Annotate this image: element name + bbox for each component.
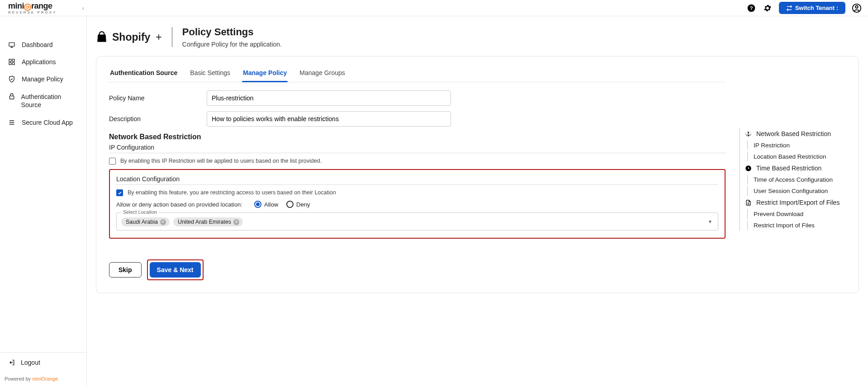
description-input[interactable] bbox=[207, 111, 451, 127]
ip-restriction-label: By enabling this IP Restriction will be … bbox=[120, 158, 322, 164]
switch-tenant-button[interactable]: Switch Tenant : bbox=[779, 2, 845, 14]
chip-remove-icon[interactable]: ✕ bbox=[233, 219, 239, 225]
shield-check-icon bbox=[8, 75, 16, 83]
dashboard-icon bbox=[8, 41, 16, 48]
outline-restrict-import[interactable]: Restrict Import of Files bbox=[740, 220, 846, 231]
svg-rect-6 bbox=[12, 59, 14, 61]
sidebar-item-manage-policy[interactable]: Manage Policy bbox=[0, 71, 86, 88]
location-config-box: Location Configuration By enabling this … bbox=[109, 169, 726, 239]
radio-prompt: Allow or deny action based on provided l… bbox=[116, 201, 242, 208]
description-label: Description bbox=[109, 115, 207, 122]
chip-uae: United Arab Emirates ✕ bbox=[173, 217, 243, 226]
help-icon[interactable]: ? bbox=[746, 3, 756, 13]
svg-point-3 bbox=[855, 5, 858, 8]
brand: mini⟳range REVERSE PROXY ‹ bbox=[5, 2, 84, 14]
brand-subtitle: REVERSE PROXY bbox=[8, 11, 57, 14]
sidebar-item-dashboard[interactable]: Dashboard bbox=[0, 36, 86, 53]
skip-button[interactable]: Skip bbox=[109, 262, 142, 278]
location-restriction-label: By enabling this feature, you are restri… bbox=[128, 189, 336, 196]
svg-rect-5 bbox=[9, 59, 11, 61]
logout-button[interactable]: Logout bbox=[0, 353, 86, 372]
clock-icon bbox=[745, 165, 752, 172]
chip-remove-icon[interactable]: ✕ bbox=[160, 219, 166, 225]
policy-name-label: Policy Name bbox=[109, 94, 207, 102]
location-restriction-checkbox[interactable] bbox=[116, 189, 123, 196]
outline-location-restriction[interactable]: Location Based Restriction bbox=[740, 151, 846, 162]
main: Shopify + Policy Settings Configure Poli… bbox=[87, 16, 868, 386]
outline-network[interactable]: Network Based Restriction bbox=[740, 128, 846, 140]
outline-prevent-download[interactable]: Prevent Download bbox=[740, 208, 846, 220]
radio-allow[interactable]: Allow bbox=[254, 201, 278, 208]
shopping-bag-icon bbox=[96, 31, 108, 43]
globe-icon bbox=[745, 131, 752, 137]
outline-restrict-files[interactable]: Restrict Import/Export of Files bbox=[740, 197, 846, 208]
page-header: Shopify + Policy Settings Configure Poli… bbox=[87, 16, 868, 56]
policy-name-input[interactable] bbox=[207, 90, 451, 106]
svg-rect-9 bbox=[9, 96, 14, 99]
tab-auth-source[interactable]: Authentication Source bbox=[109, 65, 178, 82]
svg-rect-4 bbox=[9, 42, 14, 46]
sidebar-item-secure-cloud[interactable]: Secure Cloud App bbox=[0, 114, 86, 131]
file-icon bbox=[745, 199, 752, 206]
header-right: ? Switch Tenant : bbox=[746, 2, 862, 14]
svg-text:?: ? bbox=[749, 5, 753, 11]
settings-card: Authentication Source Basic Settings Man… bbox=[96, 56, 859, 293]
tab-basic-settings[interactable]: Basic Settings bbox=[189, 65, 231, 82]
account-icon[interactable] bbox=[852, 3, 862, 13]
sidebar-item-applications[interactable]: Applications bbox=[0, 53, 86, 71]
page-title: Policy Settings bbox=[182, 26, 282, 38]
sidebar: Dashboard Applications Manage Policy Aut… bbox=[0, 16, 87, 386]
header: mini⟳range REVERSE PROXY ‹ ? Switch Tena… bbox=[0, 0, 868, 16]
outline-ip-restriction[interactable]: IP Restriction bbox=[740, 140, 846, 151]
tab-manage-policy[interactable]: Manage Policy bbox=[242, 65, 288, 82]
save-next-button[interactable]: Save & Next bbox=[150, 262, 201, 278]
location-select[interactable]: Select Location Saudi Arabia ✕ United Ar… bbox=[116, 212, 718, 231]
powered-by: Powered by miniOrange bbox=[0, 372, 86, 386]
apps-icon bbox=[8, 58, 16, 66]
outline-time[interactable]: Time Based Restriction bbox=[740, 162, 846, 174]
tabs: Authentication Source Basic Settings Man… bbox=[109, 65, 726, 82]
network-heading: Network Based Restriction bbox=[109, 133, 726, 141]
svg-rect-8 bbox=[12, 62, 14, 65]
page-subtitle: Configure Policy for the application. bbox=[182, 41, 282, 48]
chevron-down-icon[interactable]: ▼ bbox=[708, 219, 712, 224]
ip-config-heading: IP Configuration bbox=[109, 144, 726, 153]
lock-icon bbox=[8, 93, 16, 100]
outline-user-session[interactable]: User Session Configuration bbox=[740, 185, 846, 197]
app-badge: Shopify + bbox=[96, 31, 162, 43]
outline-time-access[interactable]: Time of Access Configuration bbox=[740, 174, 846, 185]
tab-manage-groups[interactable]: Manage Groups bbox=[299, 65, 346, 82]
location-config-heading: Location Configuration bbox=[116, 175, 718, 185]
logout-icon bbox=[8, 359, 15, 366]
policy-outline: Network Based Restriction IP Restriction… bbox=[739, 128, 846, 231]
chip-saudi-arabia: Saudi Arabia ✕ bbox=[121, 217, 170, 226]
sidebar-item-auth-source[interactable]: Authentication Source bbox=[0, 88, 86, 114]
ip-restriction-checkbox[interactable] bbox=[109, 158, 116, 165]
gear-icon[interactable] bbox=[763, 3, 773, 13]
list-icon bbox=[8, 119, 16, 126]
radio-deny[interactable]: Deny bbox=[286, 201, 310, 208]
svg-rect-7 bbox=[9, 62, 11, 65]
brand-logo: mini⟳range bbox=[8, 2, 57, 11]
sidebar-collapse-icon[interactable]: ‹ bbox=[82, 5, 84, 12]
